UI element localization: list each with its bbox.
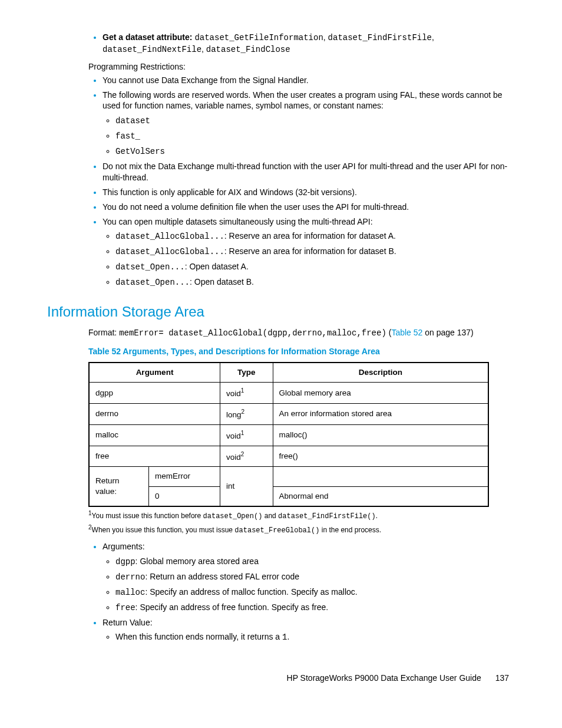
list-item: You cannot use Data Exchange from the Si… xyxy=(103,75,515,86)
list-item: You can open multiple datasets simultane… xyxy=(103,216,515,288)
restrictions-list: You cannot use Data Exchange from the Si… xyxy=(88,75,515,288)
th-description: Description xyxy=(273,363,488,383)
code: datset_Open... xyxy=(115,262,185,272)
details-list: Arguments: dgpp: Global memory area stor… xyxy=(88,541,515,643)
footnote-2: 2When you issue this function, you must … xyxy=(88,523,515,535)
cell-description: An error information stored area xyxy=(273,404,488,425)
cell-description xyxy=(273,467,488,486)
table-row: free void2 free() xyxy=(89,446,488,467)
code: dataset_FreeGlobal() xyxy=(234,526,319,535)
text: When you issue this function, you must i… xyxy=(92,526,235,534)
text: and xyxy=(262,512,278,520)
text: : Specify an address of malloc function.… xyxy=(145,587,357,597)
table-row: Return value: memError int xyxy=(89,467,488,486)
text: The following words are reserved words. … xyxy=(103,90,503,111)
table-row: derrno long2 An error information stored… xyxy=(89,404,488,425)
code: malloc xyxy=(115,588,145,597)
code: dataset_FindClose xyxy=(206,45,290,54)
arguments-table: Argument Type Description dgpp void1 Glo… xyxy=(88,362,489,507)
code: dataset_FindFirstFile xyxy=(328,33,432,42)
return-value-label: Return Value: xyxy=(103,618,153,627)
code: dataset_Open... xyxy=(115,278,190,287)
code: GetVolSers xyxy=(115,147,165,156)
table-link[interactable]: Table 52 xyxy=(391,328,422,337)
multi-thread-steps: dataset_AllocGlobal...: Reserve an area … xyxy=(103,230,515,288)
list-item: You do not need a volume definition file… xyxy=(103,202,515,213)
footnote-1: 1You must issue this function before dat… xyxy=(88,509,515,521)
text: void xyxy=(226,389,241,398)
cell-description: malloc() xyxy=(273,424,488,446)
cell-type: void1 xyxy=(220,424,273,446)
code: dataset_FindNextFile xyxy=(103,45,201,54)
th-type: Type xyxy=(220,363,273,383)
list-item: datset_Open...: Open dataset A. xyxy=(115,261,515,273)
cell-argument: malloc xyxy=(89,424,220,446)
list-item: dataset_AllocGlobal...: Reserve an area … xyxy=(115,246,515,258)
top-bullet: Get a dataset attribute: dataset_GetFile… xyxy=(103,32,515,55)
cell-argument: derrno xyxy=(89,404,220,425)
bullet-lead: Get a dataset attribute: xyxy=(103,32,194,42)
text: You must issue this function before xyxy=(92,512,203,520)
cell-argument: free xyxy=(89,446,220,467)
arguments-label: Arguments: xyxy=(103,542,145,551)
list-item: malloc: Specify an address of malloc fun… xyxy=(115,587,515,598)
text: You can open multiple datasets simultane… xyxy=(103,217,373,226)
section-heading: Information Storage Area xyxy=(47,302,515,321)
table-row: malloc void1 malloc() xyxy=(89,424,488,446)
format-label: Format: xyxy=(88,328,119,337)
sup: 2 xyxy=(241,451,244,457)
code: dataset_AllocGlobal... xyxy=(115,247,224,256)
text: void xyxy=(226,452,241,461)
cell-argument: memError xyxy=(149,467,220,486)
sup: 1 xyxy=(241,430,244,436)
text: . xyxy=(376,512,378,520)
sup: 2 xyxy=(242,409,245,415)
list-item: Return Value: When this function ends no… xyxy=(103,617,515,644)
text: : Open dataset A. xyxy=(185,262,249,271)
footer-title: HP StorageWorks P9000 Data Exchange User… xyxy=(287,673,481,683)
table-header-row: Argument Type Description xyxy=(89,363,488,383)
cell-description: Abnormal end xyxy=(273,486,488,506)
list-item: GetVolSers xyxy=(115,146,515,157)
text: : Reserve an area for information for da… xyxy=(224,246,396,256)
cell-type: void1 xyxy=(220,383,273,404)
cell-description: Global memory area xyxy=(273,383,488,404)
arguments-sublist: dgpp: Global memory area stored area der… xyxy=(103,556,515,614)
code: dataset_GetFileInformation xyxy=(194,33,323,42)
format-line: Format: memError= dataset_AllocGlobal(dg… xyxy=(88,327,515,339)
sup: 1 xyxy=(241,387,244,394)
text: : Global memory area stored area xyxy=(135,556,259,566)
text: void xyxy=(226,431,241,440)
code: memError= dataset_AllocGlobal(dgpp,derrn… xyxy=(119,328,386,338)
list-item: free: Specify an address of free functio… xyxy=(115,602,515,614)
return-sublist: When this function ends normally, it ret… xyxy=(103,631,515,643)
table-row: dgpp void1 Global memory area xyxy=(89,383,488,404)
code: dataset_Open() xyxy=(203,512,263,521)
code: fast_ xyxy=(115,131,140,141)
list-item: dgpp: Global memory area stored area xyxy=(115,556,515,568)
list-item: dataset xyxy=(115,115,515,127)
list-item: When this function ends normally, it ret… xyxy=(115,631,515,643)
cell-argument: dgpp xyxy=(89,383,220,404)
restrictions-label: Programming Restrictions: xyxy=(88,61,515,73)
cell-argument: 0 xyxy=(149,486,220,506)
top-bullet-list: Get a dataset attribute: dataset_GetFile… xyxy=(88,32,515,55)
list-item: The following words are reserved words. … xyxy=(103,90,515,157)
table-row: 0 Abnormal end xyxy=(89,486,488,506)
cell-type: int xyxy=(220,467,273,506)
text: . xyxy=(287,632,289,641)
code: free xyxy=(115,603,135,612)
text: : Open dataset B. xyxy=(190,277,254,286)
code: dataset xyxy=(115,116,150,126)
list-item: fast_ xyxy=(115,130,515,142)
text: on page 137) xyxy=(422,328,473,337)
code: derrno xyxy=(115,572,145,582)
text: When this function ends normally, it ret… xyxy=(115,632,282,641)
page-footer: HP StorageWorks P9000 Data Exchange User… xyxy=(47,673,515,684)
text: long xyxy=(226,410,242,419)
list-item: This function is only applicable for AIX… xyxy=(103,187,515,198)
code: dataset_FindFirstFile() xyxy=(278,512,376,521)
code: dataset_AllocGlobal... xyxy=(115,232,224,241)
cell-return-label: Return value: xyxy=(89,467,149,506)
cell-type: void2 xyxy=(220,446,273,467)
